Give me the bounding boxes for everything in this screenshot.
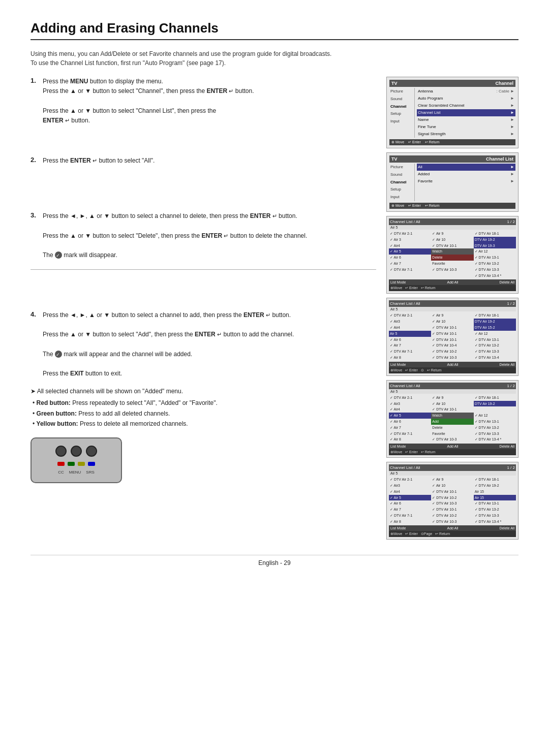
name-label: Name [418,117,429,123]
nav4-move: ⊕Move [390,532,402,536]
signal-arrow: ► [510,131,514,137]
cla-grid-4: ✓ DTV Air 2-1 ✓ Air 9 ✓ DTV Air 18-1 ✓ A… [389,477,516,524]
cla-bottom-2: List Mode Add All Delete All [389,362,516,367]
list-mode-2: List Mode [390,363,406,366]
s3c3r5: ✓ DTV Air 13-1 [474,419,516,425]
remote-menu-label: MENU [69,470,81,475]
nav-return-1: ↩ Return [425,140,440,144]
s3c1r2: ✓ Air3 [389,401,431,407]
channellist-arrow: ► [510,110,514,116]
antenna-value: : Cable ► [497,88,515,94]
s3c1r6: ✓ Air 7 [389,425,431,431]
page-title-section: Adding and Erasing Channels [30,20,518,40]
add-all-4: Add All [447,526,458,530]
s2c3r6: ✓ DTV Air 13-2 [474,342,516,349]
auto-label: Auto Program [418,96,443,102]
clear-arrow: ► [510,103,514,109]
c2r6-fav: Favorite [431,261,473,267]
bullet-red: Red button: Press repeatedly to select "… [33,398,376,408]
cla-screen-1: Channel List / All 1 / 2 Air 5 ✓ DTV Air… [386,216,518,294]
favorite-arrow: ► [510,178,514,184]
cla-title-1: Channel List / All 1 / 2 [389,218,516,225]
s2c3r8: ✓ DTV Air 13-4 [474,355,516,361]
s3c3r4: ✓ Air 12 [474,413,516,419]
step-4-number: 4. [30,310,39,379]
nav1-move: ⊕Move [390,286,402,290]
s2c2r5: ✓ DTV Air 10-1 [431,337,473,343]
s2c2r6: ✓ DTV Air 10-4 [431,342,473,349]
s2c3r3: DTV Air 15-2 [474,325,516,331]
cla-title-3: Channel List / All 1 / 2 [389,383,516,389]
s2c2r3: ✓ DTV Air 10-1 [431,325,473,331]
c3r5: ✓ DTV Air 13-1 [474,255,516,261]
s3c1r4: ✓ Air 5 [389,413,431,419]
s2c1r2: ✓ Air3 [389,319,431,325]
cla-nav-1: ⊕Move ↵ Enter ↩ Return [389,285,516,291]
cla-title-left-4: Channel List / All [390,465,420,470]
sidebar2-sound: Sound [389,171,412,179]
intro-line1: Using this menu, you can Add/Delete or s… [30,50,331,57]
cla-nav-3: ⊕Move ↵ Enter ↩ Return [389,449,516,455]
tv-bottom-1: ⊕ Move ↵ Enter ↩ Return [389,139,515,145]
list-mode-1: List Mode [390,280,406,284]
s3c1r5: ✓ Air 6 [389,419,431,425]
s3c2r2: ✓ Air 10 [431,401,473,407]
s4c1r7: ✓ DTV Air 7-1 [389,513,431,519]
intro-line2: To use the Channel List function, first … [30,59,226,67]
step-1-content: Press the MENU button to display the men… [43,77,376,125]
sidebar-sound: Sound [389,96,412,103]
s4c3r5: ✓ DTV Air 13-1 [474,500,516,507]
s4c2r8: ✓ DTV Air 10-3 [431,519,473,525]
c2r4-watch: Watch [431,248,473,255]
channellist-label: Channel List [418,110,440,116]
c3r4: ✓ Air 12 [474,248,516,255]
s4c3r6: ✓ DTV Air 13-2 [474,507,516,513]
s3c3r6: ✓ DTV Air 13-2 [474,425,516,431]
s4c3r7: ✓ DTV Air 13-3 [474,513,516,519]
s4c1r6: ✓ Air 7 [389,507,431,513]
tv-screen-2: TV Channel List Picture Sound Channel Se… [386,152,518,212]
s2c2r8: ✓ DTV Air 10-3 [431,355,473,361]
sidebar2-channel: Channel [389,179,412,186]
list-mode-3: List Mode [390,445,406,448]
s4c1r5: ✓ Air 6 [389,500,431,507]
finetune-arrow: ► [510,124,514,130]
sidebar-setup: Setup [389,110,412,118]
nav2-move: ⊕Move [390,368,402,372]
nav3-enter: ↵ Enter [405,450,418,454]
s3c2r7: Favorite [431,431,473,437]
c1r6: ✓ Air 7 [389,261,431,267]
s4c2r7: ✓ DTV Air 10-2 [431,513,473,519]
remote-btn-2 [71,446,82,457]
remote-image: CC MENU SRS [30,437,122,483]
clear-label: Clear Scrambled Channel [418,103,465,109]
nav-enter-1: ↵ Enter [408,140,421,144]
tv-label-2: TV [391,156,398,162]
nav1-enter: ↵ Enter [405,286,418,290]
s4c2r4: ✓ DTV Air 10-2 [431,495,473,501]
s3c2r1: ✓ Air 9 [431,395,473,401]
nav2-enter: ↵ Enter [405,368,418,372]
cla-nav-4: ⊕Move ↵ Enter ⊙Page ↩ Return [389,531,516,537]
nav1-return: ↩ Return [421,286,436,290]
check-icon-2 [55,351,62,358]
cla-grid-2: ✓ DTV Air 2-1 ✓ Air 9 ✓ DTV Air 18-1 ✓ A… [389,312,516,360]
s2c1r4: Air 5 [389,331,431,337]
step-2: 2. Press the ENTER ↵ button to select "A… [30,156,376,166]
cla-title-left-3: Channel List / All [390,384,420,388]
auto-arrow: ► [510,96,514,102]
cla-screen-2: Channel List / All 1 / 2 Air 5 ✓ DTV Air… [386,298,518,375]
cla-bottom-3: List Mode Add All Delete All [389,444,516,449]
added-label: Added [418,171,430,177]
c2r7: ✓ DTV Air 10-3 [431,267,473,273]
signal-label: Signal Strength [418,131,446,137]
separator [30,269,376,270]
sidebar-channel: Channel [389,103,412,111]
remote-blue-btn [88,462,95,466]
c1r1: ✓ DTV Air 2-1 [389,231,431,237]
s2c1r1: ✓ DTV Air 2-1 [389,312,431,319]
step-3-number: 3. [30,211,39,260]
tv-menu-2: All ► Added ► Favorite ► [414,164,515,201]
nav4-page: ⊙Page [421,532,432,536]
check-icon [55,251,62,259]
